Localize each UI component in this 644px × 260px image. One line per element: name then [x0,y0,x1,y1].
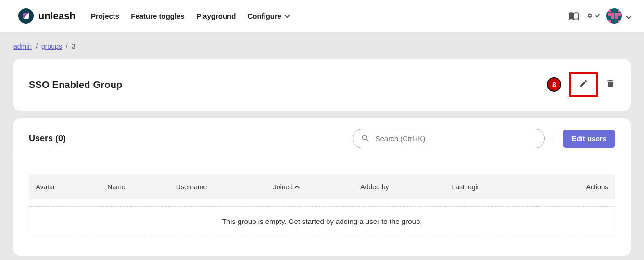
search-input-wrap[interactable] [353,129,545,148]
col-last-login[interactable]: Last login [445,174,537,199]
docs-icon[interactable] [568,10,580,22]
col-joined[interactable]: Joined [266,174,354,199]
search-input[interactable] [375,135,537,143]
col-name[interactable]: Name [101,174,169,199]
users-title: Users (0) [29,134,66,144]
breadcrumb: admin / groups / 3 [0,32,644,59]
breadcrumb-admin[interactable]: admin [13,42,32,50]
edit-users-button[interactable]: Edit users [563,130,615,148]
col-added-by[interactable]: Added by [354,174,445,199]
col-actions[interactable]: Actions [537,174,615,199]
pencil-icon [579,79,588,88]
gear-icon [587,11,593,21]
user-menu[interactable] [606,8,631,24]
group-title: SSO Enabled Group [29,79,123,90]
step-badge: 8 [547,77,561,92]
col-avatar[interactable]: Avatar [29,174,101,199]
nav-projects[interactable]: Projects [91,12,119,20]
col-username[interactable]: Username [169,174,266,199]
chevron-down-icon [625,12,631,20]
nav-feature-toggles[interactable]: Feature toggles [131,12,185,20]
main-nav: Projects Feature toggles Playground Conf… [91,12,289,20]
breadcrumb-current: 3 [72,42,76,50]
empty-state-message: This group is empty. Get started by addi… [29,206,615,236]
avatar [606,8,622,24]
table-header-row: Avatar Name Username Joined Added by Las… [29,174,615,199]
toolbar-divider [554,133,554,144]
delete-group-button[interactable] [606,79,615,90]
nav-configure[interactable]: Configure [247,12,289,20]
edit-group-button[interactable] [569,72,598,97]
empty-state-row: This group is empty. Get started by addi… [29,206,615,236]
nav-playground[interactable]: Playground [196,12,236,20]
search-icon [361,134,370,143]
settings-dropdown[interactable] [587,10,599,22]
group-card: SSO Enabled Group 8 [13,59,631,111]
header-right [568,8,631,24]
brand-name: unleash [38,11,76,22]
breadcrumb-separator: / [66,42,68,50]
breadcrumb-separator: / [36,42,38,50]
trash-icon [606,79,615,88]
users-card: Users (0) Edit users Avatar Name Usernam… [13,118,631,256]
logo-mark-icon [18,8,34,24]
breadcrumb-groups[interactable]: groups [41,42,62,50]
users-table: Avatar Name Username Joined Added by Las… [29,174,615,236]
app-header: unleash Projects Feature toggles Playgro… [0,0,644,32]
logo[interactable]: unleash [18,8,76,24]
